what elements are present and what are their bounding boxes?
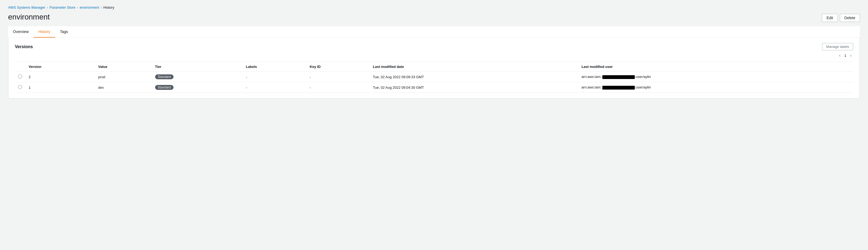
tab-tags[interactable]: Tags [55,26,73,37]
breadcrumb-environment[interactable]: environment [80,5,99,9]
breadcrumb-sep-2: › [77,6,78,9]
row-last-modified-date-0: Tue, 02 Aug 2022 09:09:33 GMT [370,72,578,82]
page-header: environment Edit Delete [8,13,860,22]
manage-labels-button[interactable]: Manage labels [822,43,853,50]
tab-overview[interactable]: Overview [8,26,33,37]
tabs: Overview History Tags [8,26,860,37]
col-tier: Tier [152,62,243,72]
col-value: Value [95,62,152,72]
row-last-modified-user-0: arn:aws:iam:::user/aylin [578,72,853,82]
row-value-1: dev [95,82,152,93]
edit-button[interactable]: Edit [822,14,837,22]
row-radio-1[interactable] [18,85,22,89]
pagination: ‹ 1 › [15,53,853,58]
tier-badge-1: Standard [155,85,174,90]
col-labels: Labels [243,62,306,72]
tier-badge-0: Standard [155,75,174,79]
row-value-0: prod [95,72,152,82]
table-header-row: Version Value Tier Labels Key ID Last mo… [15,62,853,72]
delete-button[interactable]: Delete [840,14,860,22]
col-key-id: Key ID [306,62,370,72]
breadcrumb-aws-systems-manager[interactable]: AWS Systems Manager [8,5,45,9]
row-version-0: 2 [25,72,95,82]
table-wrapper: Version Value Tier Labels Key ID Last mo… [15,62,853,93]
row-tier-0: Standard [152,72,243,82]
row-last-modified-user-1: arn:aws:iam:::user/aylin [578,82,853,93]
row-last-modified-date-1: Tue, 02 Aug 2022 09:04:30 GMT [370,82,578,93]
col-select [15,62,25,72]
page-title: environment [8,13,50,21]
row-labels-0: - [243,72,306,82]
versions-header: Versions Manage labels [15,43,853,50]
row-tier-1: Standard [152,82,243,93]
col-last-modified-date: Last modified date [370,62,578,72]
row-key-id-1: - [306,82,370,93]
pagination-prev-button[interactable]: ‹ [837,53,842,58]
row-radio-0[interactable] [18,75,22,79]
row-version-1: 1 [25,82,95,93]
row-key-id-0: - [306,72,370,82]
breadcrumb: AWS Systems Manager › Parameter Store › … [8,5,860,9]
versions-table: Version Value Tier Labels Key ID Last mo… [15,62,853,93]
table-row: 2prodStandard--Tue, 02 Aug 2022 09:09:33… [15,72,853,82]
table-row: 1devStandard--Tue, 02 Aug 2022 09:04:30 … [15,82,853,93]
redacted-account-id-1 [602,86,635,89]
col-version: Version [25,62,95,72]
col-last-modified-user: Last modified user [578,62,853,72]
breadcrumb-sep-3: › [100,6,102,9]
pagination-next-button[interactable]: › [848,53,853,58]
breadcrumb-history: History [103,5,114,9]
header-actions: Edit Delete [822,14,860,22]
redacted-account-id-0 [602,75,635,79]
tab-history[interactable]: History [33,26,55,37]
content-card: Versions Manage labels ‹ 1 › Version Val… [8,37,860,99]
pagination-current-page: 1 [844,54,846,58]
versions-title: Versions [15,45,33,49]
breadcrumb-parameter-store[interactable]: Parameter Store [50,5,75,9]
breadcrumb-sep-1: › [47,6,48,9]
row-labels-1: - [243,82,306,93]
